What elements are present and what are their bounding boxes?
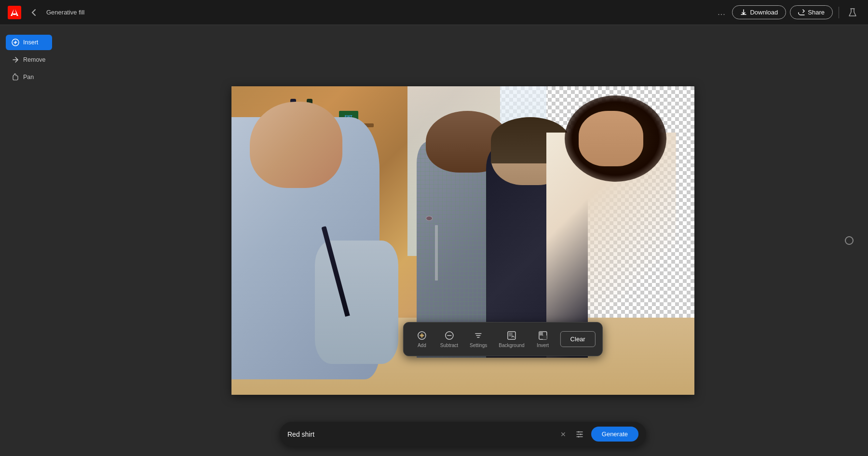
prompt-input[interactable] <box>287 430 554 438</box>
download-button[interactable]: Download <box>732 5 786 19</box>
settings-label: Settings <box>470 343 487 348</box>
floating-toolbar: Add Subtract <box>403 322 603 356</box>
pan-icon <box>12 73 19 81</box>
woman-curly-face <box>579 111 643 166</box>
prompt-settings-button[interactable] <box>573 428 586 441</box>
wine-glass-stem <box>435 225 438 281</box>
clear-button[interactable]: Clear <box>560 331 596 347</box>
settings-icon <box>473 330 484 341</box>
header-right: ... Download Share <box>715 5 860 20</box>
more-options-button[interactable]: ... <box>715 6 728 19</box>
subtract-tool-button[interactable]: Subtract <box>435 327 463 351</box>
image-canvas[interactable]: EXIT <box>231 86 694 395</box>
subtract-label: Subtract <box>440 343 458 348</box>
settings-tool-button[interactable]: Settings <box>465 327 492 351</box>
prompt-clear-button[interactable]: ✕ <box>558 429 568 439</box>
prompt-bar: ✕ Generate <box>280 422 646 446</box>
share-icon <box>798 9 805 16</box>
back-button[interactable] <box>27 6 41 19</box>
add-icon <box>417 330 427 341</box>
invert-icon <box>538 330 548 341</box>
svg-rect-5 <box>509 333 513 336</box>
canvas-area: EXIT <box>58 25 868 456</box>
sliders-icon <box>575 430 584 439</box>
subtract-icon <box>444 330 454 341</box>
header-divider <box>839 7 839 18</box>
header: Generative fill ... Download Share <box>0 0 868 25</box>
invert-tool-button[interactable]: Invert <box>531 327 555 351</box>
generate-button[interactable]: Generate <box>591 427 638 442</box>
background-label: Background <box>499 343 524 348</box>
invert-label: Invert <box>537 343 549 348</box>
pan-tool[interactable]: Pan <box>6 69 52 85</box>
insert-tool[interactable]: Insert <box>6 35 52 50</box>
left-toolbar: Insert Remove Pan <box>0 25 58 456</box>
app-title: Generative fill <box>46 9 84 16</box>
remove-icon <box>12 56 19 64</box>
svg-point-2 <box>420 334 423 337</box>
main-area: Insert Remove Pan <box>0 25 868 456</box>
flask-icon <box>848 8 857 17</box>
add-label: Add <box>418 343 426 348</box>
sommelier-arm <box>315 241 398 364</box>
svg-point-8 <box>580 433 581 435</box>
insert-icon <box>12 39 19 46</box>
download-icon <box>740 9 747 16</box>
svg-point-7 <box>578 431 579 432</box>
remove-tool[interactable]: Remove <box>6 52 52 67</box>
svg-point-9 <box>578 436 579 437</box>
share-button[interactable]: Share <box>790 5 833 19</box>
flask-button[interactable] <box>845 5 860 20</box>
sommelier-head <box>250 102 342 188</box>
header-left: Generative fill <box>8 6 84 19</box>
wine-glass-bowl <box>426 216 433 221</box>
circle-indicator <box>845 236 854 245</box>
add-tool-button[interactable]: Add <box>410 327 434 351</box>
background-icon <box>506 330 517 341</box>
adobe-logo <box>8 6 21 19</box>
background-tool-button[interactable]: Background <box>494 327 529 351</box>
